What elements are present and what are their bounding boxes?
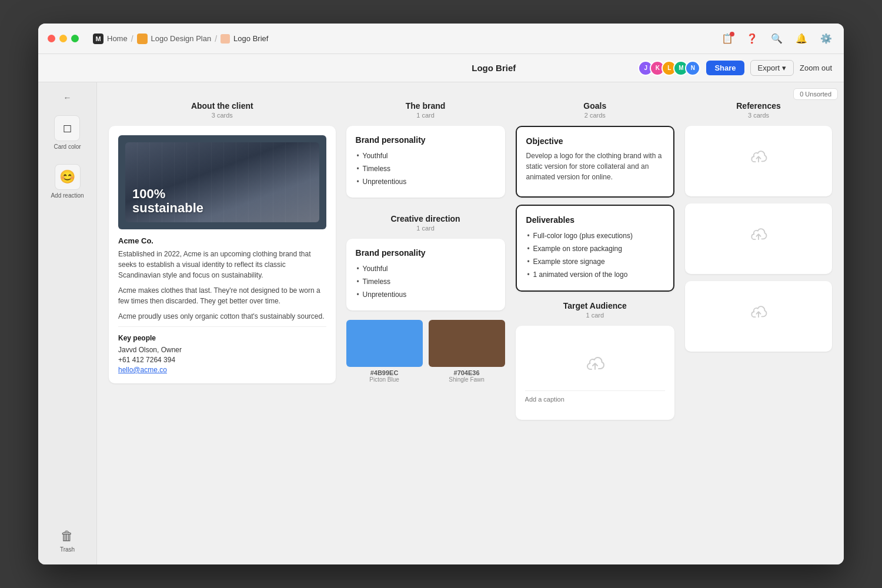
export-label: Export <box>758 64 780 72</box>
upload-area-target[interactable] <box>525 335 665 386</box>
sidebar-card-color[interactable]: □ Card color <box>49 111 85 155</box>
about-client-card: 100% sustainable Acme Co. Established in… <box>109 126 336 383</box>
deliverables-list: Full-color logo (plus executions) Exampl… <box>526 229 664 281</box>
company-name: Acme Co. <box>118 236 326 245</box>
sidebar-add-reaction[interactable]: 😊 Add reaction <box>46 159 88 203</box>
column-references: References 3 cards <box>685 96 832 427</box>
creative-direction-header: Creative direction 1 card <box>346 205 505 239</box>
key-people-section: Key people Javvd Olson, Owner +61 412 72… <box>118 326 326 374</box>
notification-icon[interactable]: 🔔 <box>793 31 810 47</box>
traffic-lights <box>48 35 79 42</box>
breadcrumb-sep2: / <box>215 34 217 44</box>
reference-card-3 <box>685 281 832 352</box>
unsorted-badge: 0 Unsorted <box>793 88 838 100</box>
jeans-background: 100% sustainable <box>125 142 319 222</box>
upload-area-ref1[interactable] <box>694 135 823 180</box>
creative-traits-list: Youthful Timeless Unpretentious <box>356 262 496 301</box>
export-button[interactable]: Export ▾ <box>750 60 794 76</box>
reference-card-1 <box>685 126 832 196</box>
key-people-name: Javvd Olson, Owner <box>118 346 326 354</box>
client-image: 100% sustainable <box>118 135 326 229</box>
upload-area-ref2[interactable] <box>694 213 823 258</box>
deliverable-2: Example on store packaging <box>526 242 664 255</box>
breadcrumb: M Home / Logo Design Plan / Logo Brief <box>93 34 268 44</box>
breadcrumb-home[interactable]: Home <box>107 34 128 43</box>
zoom-out-button[interactable]: Zoom out <box>800 64 832 72</box>
creative-direction-card: Brand personality Youthful Timeless Unpr… <box>346 239 505 310</box>
swatch-brown-box <box>429 320 505 367</box>
titlebar-actions: 📋 ❓ 🔍 🔔 ⚙️ <box>719 31 834 47</box>
objective-text: Develop a logo for the clothing brand wi… <box>526 151 664 182</box>
reference-card-2 <box>685 203 832 274</box>
description-1: Established in 2022, Acme is an upcoming… <box>118 249 326 280</box>
logo-plan-icon <box>137 34 148 44</box>
trait-2: Timeless <box>356 162 496 175</box>
col-count-about: 3 cards <box>111 112 333 119</box>
breadcrumb-sep1: / <box>131 34 133 44</box>
swatch-blue-name: Picton Blue <box>346 376 423 383</box>
upload-icon-target <box>583 353 607 376</box>
column-brand: The brand 1 card Brand personality Youth… <box>346 96 505 427</box>
deliverable-3: Example store signage <box>526 255 664 268</box>
deliverable-1: Full-color logo (plus executions) <box>526 229 664 242</box>
clipboard-icon[interactable]: 📋 <box>719 31 736 47</box>
brand-personality-card: Brand personality Youthful Timeless Unpr… <box>346 126 505 198</box>
breadcrumb-brief[interactable]: Logo Brief <box>233 34 268 43</box>
trash-label: Trash <box>60 546 75 553</box>
avatar-5: N <box>685 61 700 76</box>
creative-trait-2: Timeless <box>356 275 496 288</box>
sidebar-back-button[interactable]: ← <box>56 89 79 106</box>
minimize-button[interactable] <box>59 35 67 42</box>
upload-icon-ref3 <box>748 302 769 323</box>
brand-personality-title: Brand personality <box>356 135 496 145</box>
col-count-goals: 2 cards <box>518 112 672 119</box>
upload-icon-ref1 <box>748 147 769 168</box>
search-icon[interactable]: 🔍 <box>769 31 785 47</box>
main-area: ← □ Card color 😊 Add reaction 🗑 Trash 0 … <box>38 82 844 564</box>
add-reaction-icon: 😊 <box>55 164 81 190</box>
deliverables-title: Deliverables <box>526 215 664 225</box>
columns-container: About the client 3 cards 100% sustainabl… <box>109 92 832 427</box>
card-color-icon: □ <box>54 115 80 141</box>
sidebar: ← □ Card color 😊 Add reaction 🗑 Trash <box>38 82 97 564</box>
swatch-brown: #704E36 Shingle Fawn <box>429 320 505 383</box>
key-people-phone: +61 412 7264 394 <box>118 356 326 364</box>
target-audience-title: Target Audience <box>518 301 672 310</box>
notification-badge <box>730 32 734 36</box>
col-header-refs: References 3 cards <box>685 96 832 126</box>
sidebar-trash[interactable]: 🗑 Trash <box>55 524 79 557</box>
key-people-email[interactable]: hello@acme.co <box>118 366 326 374</box>
deliverables-card: Deliverables Full-color logo (plus execu… <box>516 205 674 292</box>
description-3: Acme proudly uses only organic cotton th… <box>118 311 326 322</box>
settings-icon[interactable]: ⚙️ <box>818 31 834 47</box>
col-count-brand: 1 card <box>349 112 503 119</box>
col-title-goals: Goals <box>518 101 672 111</box>
maximize-button[interactable] <box>71 35 79 42</box>
page-title: Logo Brief <box>346 63 642 73</box>
close-button[interactable] <box>48 35 55 42</box>
description-2: Acme makes clothes that last. They're no… <box>118 285 326 306</box>
app-window: M Home / Logo Design Plan / Logo Brief 📋… <box>38 24 844 564</box>
creative-count: 1 card <box>349 225 503 232</box>
share-button[interactable]: Share <box>706 61 744 75</box>
column-goals: Goals 2 cards Objective Develop a logo f… <box>516 96 674 427</box>
key-people-title: Key people <box>118 334 326 342</box>
image-text: 100% sustainable <box>132 187 203 215</box>
breadcrumb-plan[interactable]: Logo Design Plan <box>151 34 212 43</box>
toolbar-right: J K L M N Share Export ▾ Zoom out <box>642 60 832 76</box>
upload-area-ref3[interactable] <box>694 290 823 335</box>
col-title-refs: References <box>687 101 830 111</box>
help-icon[interactable]: ❓ <box>744 31 760 47</box>
caption-input[interactable] <box>525 390 665 403</box>
deliverable-4: 1 animated version of the logo <box>526 268 664 281</box>
brief-icon <box>220 34 230 44</box>
target-audience-count: 1 card <box>518 312 672 319</box>
swatch-blue-box <box>346 320 423 367</box>
trait-3: Unpretentious <box>356 175 496 188</box>
trait-1: Youthful <box>356 149 496 162</box>
titlebar: M Home / Logo Design Plan / Logo Brief 📋… <box>38 24 844 54</box>
trash-icon: 🗑 <box>61 529 74 544</box>
creative-trait-3: Unpretentious <box>356 288 496 301</box>
color-swatches: #4B99EC Picton Blue #704E36 Shingle Fawn <box>346 320 505 383</box>
export-chevron: ▾ <box>782 64 786 72</box>
